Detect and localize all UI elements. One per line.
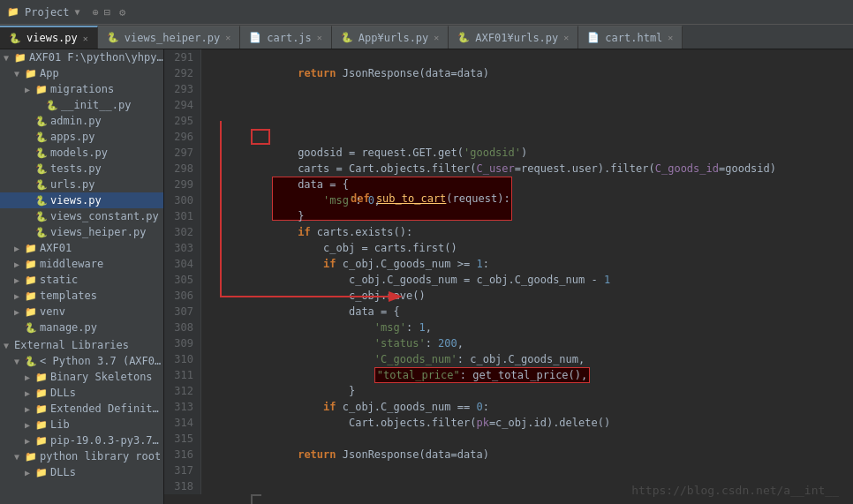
tab-close-cart-js[interactable]: ✕ <box>317 33 322 42</box>
sidebar-item-tests-py[interactable]: 🐍 tests.py <box>0 161 163 177</box>
tab-close-views-heiper[interactable]: ✕ <box>225 33 230 42</box>
sidebar-item-ext-libs[interactable]: ▼ External Libraries <box>0 337 163 353</box>
arrow-icon: ▶ <box>25 436 35 446</box>
sidebar-label-middleware: middleware <box>40 258 103 270</box>
arrow-icon: ▼ <box>4 53 14 63</box>
line-num-314: 314 <box>168 415 193 431</box>
sidebar-item-binary-skeletons[interactable]: ▶ 📁 Binary Skeletons <box>0 369 163 385</box>
sidebar-item-python-lib-root[interactable]: ▼ 📁 python library root <box>0 448 163 464</box>
sidebar-item-python37[interactable]: ▼ 🐍 < Python 3.7 (AXF01) > F:\... <box>0 353 163 369</box>
code-editor[interactable]: 291 292 293 294 295 296 297 298 299 300 … <box>164 49 853 504</box>
code-content: return JsonResponse(data=data) def sub_t… <box>201 49 853 494</box>
sidebar-item-lib[interactable]: ▶ 📁 Lib <box>0 417 163 433</box>
sidebar-item-models-py[interactable]: 🐍 models.py <box>0 145 163 161</box>
tab-cart-js[interactable]: 📄 cart.js ✕ <box>240 26 332 49</box>
sidebar-item-manage-py[interactable]: 🐍 manage.py <box>0 320 163 335</box>
tab-label-cart-html: cart.html <box>605 32 662 44</box>
code-line-304: c_obj.C_goods_num = c_obj.C_goods_num - … <box>208 256 846 272</box>
sidebar-item-apps-py[interactable]: 🐍 apps.py <box>0 129 163 145</box>
sidebar-item-static[interactable]: ▶ 📁 static <box>0 272 163 288</box>
code-line-302: c_obj = carts.first() <box>208 224 846 240</box>
sidebar-item-init-py[interactable]: 🐍 __init__.py <box>0 97 163 113</box>
line-num-312: 312 <box>168 383 193 399</box>
sidebar-item-views-constant[interactable]: 🐍 views_constant.py <box>0 208 163 224</box>
sidebar-item-views-py[interactable]: 🐍 views.py <box>0 192 163 208</box>
line-num-296: 296 <box>168 129 193 145</box>
sidebar-label-python-lib-root: python library root <box>40 450 161 463</box>
arrow-icon: ▼ <box>14 69 25 79</box>
line-num-316: 316 <box>168 447 193 463</box>
tab-icon-app-urls: 🐍 <box>341 32 353 43</box>
spacer <box>25 132 35 142</box>
python-file-icon: 🐍 <box>35 227 48 238</box>
sidebar-item-middleware[interactable]: ▶ 📁 middleware <box>0 256 163 272</box>
arrow-icon: ▶ <box>25 420 35 430</box>
sidebar-item-venv[interactable]: ▶ 📁 venv <box>0 304 163 320</box>
sidebar-label-app: App <box>40 67 59 79</box>
code-line-312: if c_obj.C_goods_num == 0: <box>208 383 846 399</box>
code-line-291: return JsonResponse(data=data) <box>208 49 846 65</box>
sidebar-item-project-root[interactable]: ▼ 📁 AXF01 F:\python\yhpython\... <box>0 49 163 65</box>
sidebar: ▼ 📁 AXF01 F:\python\yhpython\... ▼ 📁 App… <box>0 49 164 504</box>
sidebar-item-urls-py[interactable]: 🐍 urls.py <box>0 177 163 192</box>
sidebar-item-dlls2[interactable]: ▶ 📁 DLLs <box>0 464 163 480</box>
tab-icon-views-py: 🐍 <box>9 33 21 44</box>
code-line-298: data = { <box>208 161 846 177</box>
code-line-316 <box>208 447 846 463</box>
arrow-icon: ▶ <box>14 275 25 285</box>
tab-label-axf01-urls: AXF01¥urls.py <box>475 32 558 44</box>
tab-close-app-urls[interactable]: ✕ <box>434 33 439 42</box>
tab-app-urls[interactable]: 🐍 App¥urls.py ✕ <box>332 26 449 49</box>
line-num-301: 301 <box>168 208 193 224</box>
sidebar-label-urls-py: urls.py <box>50 178 95 191</box>
line-num-315: 315 <box>168 431 193 447</box>
sidebar-label-ext-libs: External Libraries <box>14 339 129 351</box>
code-line-296: goodsid = request.GET.get('goodsid') <box>208 129 846 145</box>
arrow-icon: ▶ <box>14 307 25 317</box>
folder-icon: 📁 <box>25 290 37 302</box>
sidebar-label-views-heiper: views_heiper.py <box>50 226 146 238</box>
folder-icon: 📁 <box>25 243 37 254</box>
sidebar-label-binary-skeletons: Binary Skeletons <box>50 371 153 383</box>
project-dropdown[interactable]: ▼ <box>75 7 80 17</box>
python-file-icon: 🐍 <box>35 132 48 143</box>
arrow-icon: ▶ <box>25 85 35 94</box>
folder-icon: 📁 <box>25 306 37 318</box>
tab-axf01-urls[interactable]: 🐍 AXF01¥urls.py ✕ <box>449 26 578 49</box>
arrow-icon: ▶ <box>14 291 25 301</box>
folder-icon: 📁 <box>35 435 48 447</box>
sidebar-item-admin-py[interactable]: 🐍 admin.py <box>0 113 163 129</box>
tab-views-py[interactable]: 🐍 views.py ✕ <box>0 26 98 49</box>
sidebar-label-project-root: AXF01 F:\python\yhpython\... <box>29 51 163 64</box>
sidebar-item-templates[interactable]: ▶ 📁 templates <box>0 288 163 304</box>
tab-close-axf01-urls[interactable]: ✕ <box>563 33 569 42</box>
arrow-icon: ▶ <box>25 372 35 382</box>
tab-icon-axf01-urls: 🐍 <box>457 32 470 43</box>
code-line-313: Cart.objects.filter(pk=c_obj.id).delete(… <box>208 399 846 415</box>
sidebar-item-views-heiper[interactable]: 🐍 views_heiper.py <box>0 224 163 240</box>
sidebar-label-migrations: migrations <box>50 83 114 95</box>
sidebar-item-pip-egg[interactable]: ▶ 📁 pip-19.0.3-py3.7.egg <box>0 433 163 448</box>
sidebar-item-ext-definitions[interactable]: ▶ 📁 Extended Definitions <box>0 401 163 417</box>
tab-views-heiper-py[interactable]: 🐍 views_heiper.py ✕ <box>98 26 240 49</box>
sidebar-item-migrations[interactable]: ▶ 📁 migrations <box>0 81 163 97</box>
sidebar-item-app[interactable]: ▼ 📁 App <box>0 65 163 81</box>
arrow-icon: ▼ <box>4 341 14 350</box>
tab-close-cart-html[interactable]: ✕ <box>668 33 673 42</box>
code-line-292 <box>208 65 846 81</box>
sidebar-label-models-py: models.py <box>50 147 108 159</box>
code-line-308: 'status': 200, <box>208 320 846 335</box>
spacer <box>25 180 35 190</box>
tab-cart-html[interactable]: 📄 cart.html ✕ <box>578 26 683 49</box>
tab-icon-cart-js: 📄 <box>249 32 261 43</box>
line-num-317: 317 <box>168 463 193 478</box>
tab-close-views-py[interactable]: ✕ <box>83 34 88 43</box>
sidebar-label-dlls2: DLLs <box>50 466 76 478</box>
python-file-icon: 🐍 <box>25 322 37 334</box>
sidebar-item-dlls[interactable]: ▶ 📁 DLLs <box>0 385 163 401</box>
folder-icon: 📁 <box>35 467 48 478</box>
code-line-311: } <box>208 367 846 383</box>
sidebar-item-axf01[interactable]: ▶ 📁 AXF01 <box>0 240 163 256</box>
folder-icon: 📁 <box>35 419 48 431</box>
python-file-icon: 🐍 <box>25 356 37 367</box>
